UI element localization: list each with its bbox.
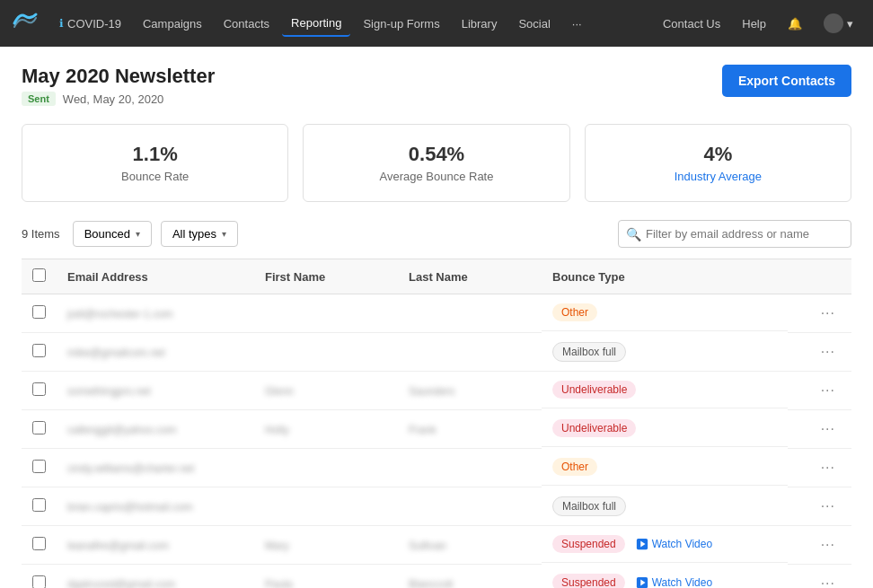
last-name-cell [398, 294, 542, 333]
first-name-cell: Mary [254, 526, 398, 565]
bounce-type-cell: Suspended Watch Video [542, 565, 788, 589]
nav-reporting[interactable]: Reporting [282, 11, 350, 37]
row-checkbox[interactable] [32, 460, 46, 473]
navbar: ℹ COVID-19 Campaigns Contacts Reporting … [0, 0, 873, 47]
industry-avg-value: 4% [604, 143, 833, 166]
nav-account[interactable]: ▾ [815, 8, 862, 39]
row-more-button[interactable]: ··· [816, 303, 841, 323]
email-cell: callenggit@yahoo.com [57, 410, 254, 449]
email-cell: dgatruced@gmail.com [57, 565, 254, 589]
nav-library[interactable]: Library [453, 12, 507, 36]
email-value: brian.caprio@hotmail.com [67, 501, 193, 513]
last-name-cell [398, 449, 542, 487]
email-value: jodi@rochester-1.com [67, 308, 173, 320]
first-name-cell [254, 333, 398, 372]
page-title: May 2020 Newsletter [22, 65, 215, 88]
row-more-button[interactable]: ··· [816, 419, 841, 439]
nav-contacts[interactable]: Contacts [215, 12, 278, 36]
email-cell: cindy.williams@charter.net [57, 449, 254, 487]
row-more-button[interactable]: ··· [816, 574, 841, 588]
bounce-type-cell: Other [542, 449, 788, 486]
page-date: Wed, May 20, 2020 [63, 92, 164, 106]
nav-campaigns[interactable]: Campaigns [134, 12, 211, 36]
row-checkbox[interactable] [32, 575, 46, 588]
row-checkbox[interactable] [32, 537, 46, 550]
bounce-type-badge: Mailbox full [552, 342, 626, 362]
row-checkbox[interactable] [32, 382, 46, 396]
row-checkbox[interactable] [32, 421, 46, 434]
select-all-checkbox[interactable] [32, 268, 46, 282]
nav-social[interactable]: Social [509, 12, 559, 36]
th-actions [788, 259, 851, 294]
th-last-name: Last Name [398, 259, 542, 294]
bounced-filter-button[interactable]: Bounced ▾ [73, 221, 152, 247]
row-checkbox[interactable] [32, 344, 46, 357]
watch-video-button[interactable]: Watch Video [636, 538, 712, 550]
row-checkbox[interactable] [32, 498, 46, 512]
bounce-type-cell: Undeliverable [542, 410, 788, 447]
email-cell: brian.caprio@hotmail.com [57, 487, 254, 526]
table-row: cindy.williams@charter.netOther··· [22, 449, 851, 487]
bounce-type-badge: Other [552, 458, 597, 476]
main-content: May 2020 Newsletter Sent Wed, May 20, 20… [0, 47, 873, 588]
page-meta: Sent Wed, May 20, 2020 [22, 92, 215, 106]
all-types-filter-button[interactable]: All types ▾ [161, 221, 238, 247]
row-more-button[interactable]: ··· [816, 458, 841, 478]
contacts-table: Email Address First Name Last Name Bounc… [22, 259, 851, 588]
app-logo[interactable] [11, 9, 40, 38]
th-bounce-type: Bounce Type [542, 259, 788, 294]
table-row: callenggit@yahoo.comHollyFrankUndelivera… [22, 410, 851, 449]
nav-right-section: Contact Us Help 🔔 ▾ [654, 8, 862, 39]
email-cell: leanafire@gmail.com [57, 526, 254, 565]
email-cell: somethingpro.net [57, 372, 254, 410]
email-cell: jodi@rochester-1.com [57, 294, 254, 333]
row-more-button[interactable]: ··· [816, 496, 841, 516]
nav-help[interactable]: Help [733, 12, 775, 36]
last-name-cell [398, 333, 542, 372]
nav-more[interactable]: ··· [563, 12, 591, 36]
search-wrap: 🔍 [618, 220, 851, 248]
email-value: somethingpro.net [67, 385, 151, 398]
table-row: mike@gmailcom.netMailbox full··· [22, 333, 851, 372]
email-value: mike@gmailcom.net [67, 347, 165, 359]
table-row: somethingpro.netGlennSaundersUndeliverab… [22, 372, 851, 410]
nav-contact-us[interactable]: Contact Us [654, 12, 729, 36]
last-name-cell: Saunders [398, 372, 542, 410]
table-row: leanafire@gmail.comMarySullivanSuspended… [22, 526, 851, 565]
page-title-section: May 2020 Newsletter Sent Wed, May 20, 20… [22, 65, 215, 106]
export-contacts-button[interactable]: Export Contacts [722, 65, 851, 97]
last-name-cell: Sullivan [398, 526, 542, 565]
stats-row: 1.1% Bounce Rate 0.54% Average Bounce Ra… [22, 124, 851, 202]
nav-signup-forms[interactable]: Sign-up Forms [354, 12, 448, 36]
table-row: dgatruced@gmail.comPaulaBlanccottSuspend… [22, 565, 851, 589]
avg-bounce-rate-value: 0.54% [322, 143, 551, 166]
row-more-button[interactable]: ··· [816, 381, 841, 400]
bounce-rate-value: 1.1% [40, 143, 269, 166]
items-count: 9 Items [22, 227, 60, 241]
nav-covid[interactable]: ℹ COVID-19 [50, 12, 130, 36]
first-name-cell: Holly [254, 410, 398, 449]
watch-video-button[interactable]: Watch Video [636, 576, 712, 589]
row-more-button[interactable]: ··· [816, 342, 841, 362]
stat-card-bounce-rate: 1.1% Bounce Rate [22, 124, 288, 202]
first-name-cell [254, 487, 398, 526]
th-select-all [22, 259, 57, 294]
filter-row: 9 Items Bounced ▾ All types ▾ 🔍 [22, 220, 851, 248]
first-name-cell: Paula [254, 565, 398, 589]
email-value: cindy.williams@charter.net [67, 462, 194, 475]
nav-notifications[interactable]: 🔔 [779, 12, 811, 36]
email-value: dgatruced@gmail.com [67, 578, 175, 589]
bounce-type-cell: Other [542, 294, 788, 331]
row-checkbox[interactable] [32, 305, 46, 319]
search-input[interactable] [618, 220, 851, 248]
bounce-type-cell: Mailbox full [542, 333, 788, 372]
first-name-cell [254, 294, 398, 333]
bounce-type-badge: Undeliverable [552, 381, 636, 399]
last-name-cell: Frank [398, 410, 542, 449]
bounce-type-badge: Undeliverable [552, 419, 636, 437]
bounce-type-badge: Suspended [552, 574, 625, 589]
industry-avg-label[interactable]: Industry Average [604, 170, 833, 183]
chevron-down-icon: ▾ [136, 229, 140, 239]
last-name-cell [398, 487, 542, 526]
row-more-button[interactable]: ··· [816, 535, 841, 555]
